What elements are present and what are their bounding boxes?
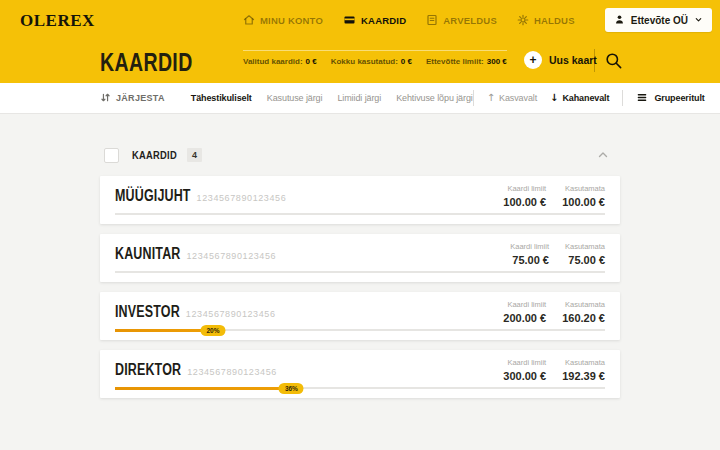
sort-option-limiidi[interactable]: Limiidi järgi <box>337 93 381 103</box>
sort-ascending[interactable]: ↑ Kasvavalt <box>487 93 537 103</box>
arrow-down-icon: ↓ <box>550 93 558 103</box>
usage-progress-fill <box>115 329 213 332</box>
person-icon <box>614 14 625 27</box>
nav-arveldus[interactable]: ARVELDUS <box>426 14 497 26</box>
usage-progress-track <box>115 213 605 215</box>
card-row[interactable]: INVESTOR 1234567890123456 Kaardi limiit … <box>100 292 620 340</box>
select-all-checkbox[interactable] <box>104 148 119 163</box>
dir-label: Kasvavalt <box>499 93 537 103</box>
card-row[interactable]: MÜÜGIJUHT 1234567890123456 Kaardi limiit… <box>100 176 620 224</box>
card-identity: INVESTOR 1234567890123456 <box>115 303 276 321</box>
stat-ettevotte-limiit: Ettevõtte limiit: 300 € <box>426 57 507 66</box>
limit-header: Kaardi limiit <box>510 242 549 251</box>
card-row[interactable]: KAUNITAR 1234567890123456 Kaardi limiit … <box>100 234 620 282</box>
cards-content: KAARDID 4 MÜÜGIJUHT 1234567890123456 Kaa… <box>0 114 720 450</box>
sort-descending[interactable]: ↓ Kahanevalt <box>550 93 609 103</box>
nav-haldus[interactable]: HALDUS <box>517 14 575 26</box>
card-name: MÜÜGIJUHT <box>115 187 191 205</box>
limit-value: 300.00 € <box>503 370 546 382</box>
chevron-up-icon[interactable] <box>596 148 610 162</box>
nav-label: KAARDID <box>361 15 406 26</box>
sort-option-tahestikuliselt[interactable]: Tähestikuliselt <box>191 93 252 103</box>
card-name: KAUNITAR <box>115 245 180 263</box>
card-amounts: Kaardi limiit 300.00 € Kasutamata 192.39… <box>503 358 605 382</box>
unused-header: Kasutamata <box>562 300 605 309</box>
card-unused-col: Kasutamata 192.39 € <box>562 358 605 382</box>
cards-group-header: KAARDID 4 <box>104 146 616 164</box>
limit-header: Kaardi limiit <box>503 358 546 367</box>
card-number: 1234567890123456 <box>197 193 287 203</box>
limit-value: 200.00 € <box>503 312 546 324</box>
main-nav: MINU KONTO KAARDID ARVELDUS HALDUS <box>243 0 575 40</box>
group-lines-icon <box>636 92 648 105</box>
nav-kaardid[interactable]: KAARDID <box>343 14 406 26</box>
divider <box>622 90 623 106</box>
card-unused-col: Kasutamata 100.00 € <box>562 184 605 208</box>
card-limit-col: Kaardi limiit 75.00 € <box>510 242 549 266</box>
search-icon <box>604 56 623 73</box>
stat-value: 0 € <box>306 57 317 66</box>
nav-label: HALDUS <box>534 15 575 26</box>
page-subheader: KAARDID Valitud kaardid: 0 € Kokku kasut… <box>0 40 720 83</box>
unused-value: 192.39 € <box>562 370 605 382</box>
stat-label: Kokku kasutatud: <box>331 57 398 66</box>
limit-header: Kaardi limiit <box>503 184 546 193</box>
sort-arrows-icon <box>100 92 111 105</box>
sort-option-kasutuse[interactable]: Kasutuse järgi <box>267 93 323 103</box>
sort-trigger[interactable]: JÄRJESTA <box>100 92 165 105</box>
group-toggle[interactable]: Grupeeritult <box>636 92 704 105</box>
card-identity: KAUNITAR 1234567890123456 <box>115 245 276 263</box>
limit-header: Kaardi limiit <box>503 300 546 309</box>
card-limit-col: Kaardi limiit 100.00 € <box>503 184 546 208</box>
sort-options: Tähestikuliselt Kasutuse järgi Limiidi j… <box>191 93 473 103</box>
group-label: KAARDID <box>132 149 177 161</box>
card-number: 1234567890123456 <box>186 309 276 319</box>
usage-percent-badge: 36% <box>279 383 304 394</box>
chevron-down-icon <box>694 15 703 26</box>
stat-value: 300 € <box>487 57 507 66</box>
limit-value: 75.00 € <box>510 254 549 266</box>
page-title: KAARDID <box>100 48 193 77</box>
arrow-up-icon: ↑ <box>487 93 495 103</box>
top-nav-bar: OLEREX MINU KONTO KAARDID ARVELDUS HALDU… <box>0 0 720 40</box>
card-limit-col: Kaardi limiit 200.00 € <box>503 300 546 324</box>
sort-direction-group: ↑ Kasvavalt ↓ Kahanevalt Grupeeritult <box>473 90 705 106</box>
card-limit-col: Kaardi limiit 300.00 € <box>503 358 546 382</box>
card-number: 1234567890123456 <box>187 367 277 377</box>
unused-header: Kasutamata <box>565 242 605 251</box>
card-amounts: Kaardi limiit 200.00 € Kasutamata 160.20… <box>503 300 605 324</box>
card-unused-col: Kasutamata 75.00 € <box>565 242 605 266</box>
usage-progress-track: 20% <box>115 329 605 331</box>
gear-icon <box>517 14 529 26</box>
card-name: DIREKTOR <box>115 361 181 379</box>
usage-progress-fill <box>115 387 291 390</box>
plus-icon: + <box>524 51 542 69</box>
card-icon <box>343 14 356 26</box>
new-card-label: Uus kaart <box>549 54 597 66</box>
unused-value: 75.00 € <box>565 254 605 266</box>
usage-progress-track: 36% <box>115 387 605 389</box>
stat-value: 0 € <box>401 57 412 66</box>
sort-toolbar: JÄRJESTA Tähestikuliselt Kasutuse järgi … <box>0 83 720 114</box>
search-button[interactable] <box>604 51 624 71</box>
card-amounts: Kaardi limiit 75.00 € Kasutamata 75.00 € <box>510 242 605 266</box>
new-card-button[interactable]: + Uus kaart <box>524 51 597 69</box>
card-row[interactable]: DIREKTOR 1234567890123456 Kaardi limiit … <box>100 350 620 398</box>
group-toggle-label: Grupeeritult <box>654 93 704 103</box>
nav-label: ARVELDUS <box>443 15 497 26</box>
unused-value: 100.00 € <box>562 196 605 208</box>
stat-label: Ettevõtte limiit: <box>426 57 484 66</box>
home-icon <box>243 14 255 26</box>
account-menu-button[interactable]: Ettevõte OÜ <box>605 8 712 32</box>
stat-label: Valitud kaardid: <box>243 57 303 66</box>
nav-minu-konto[interactable]: MINU KONTO <box>243 14 323 26</box>
card-identity: DIREKTOR 1234567890123456 <box>115 361 277 379</box>
nav-label: MINU KONTO <box>260 15 323 26</box>
sort-option-kehtivuse[interactable]: Kehtivuse lõpu järgi <box>396 93 473 103</box>
unused-header: Kasutamata <box>562 184 605 193</box>
olerex-logo[interactable]: OLEREX <box>20 11 95 31</box>
divider <box>473 90 474 106</box>
usage-progress-track <box>115 271 605 273</box>
account-label: Ettevõte OÜ <box>631 15 688 26</box>
unused-value: 160.20 € <box>562 312 605 324</box>
